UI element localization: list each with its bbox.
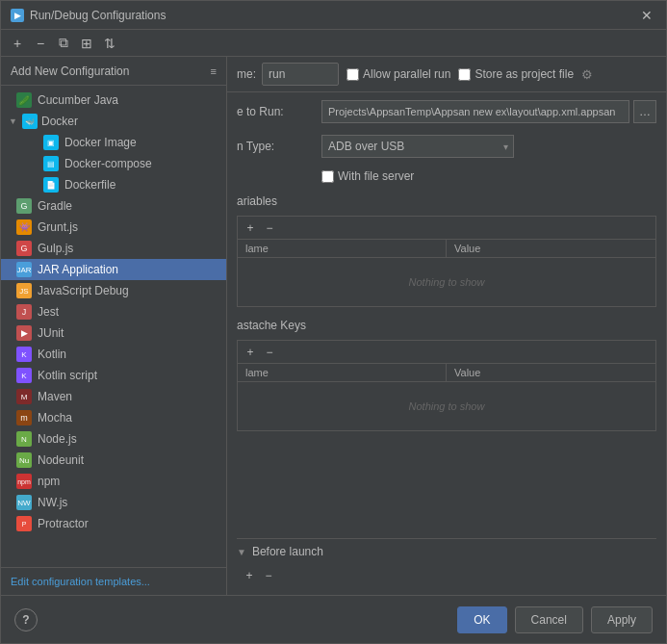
- tree-item-jar-application[interactable]: JAR JAR Application: [1, 259, 226, 280]
- tree-item-protractor[interactable]: P Protractor: [1, 513, 226, 534]
- tree-item-label: Nodeunit: [38, 453, 84, 467]
- npm-icon: npm: [16, 474, 32, 489]
- docker-image-icon: ▣: [43, 135, 59, 150]
- js-debug-icon: JS: [16, 283, 32, 298]
- variables-remove-button[interactable]: −: [261, 219, 278, 237]
- with-file-server-checkbox[interactable]: [321, 170, 334, 183]
- tree-item-docker-compose[interactable]: ▤ Docker-compose: [13, 153, 226, 174]
- cucumber-java-icon: 🥒: [16, 92, 32, 108]
- mustache-table: + − lame Value Nothing to show: [237, 340, 656, 431]
- gear-icon[interactable]: ⚙: [581, 67, 593, 82]
- allow-parallel-checkbox[interactable]: [346, 68, 359, 81]
- tree-item-mocha[interactable]: m Mocha: [1, 407, 226, 428]
- path-input[interactable]: [321, 100, 629, 123]
- edit-templates-link[interactable]: Edit configuration templates...: [1, 567, 226, 595]
- tree-item-gradle[interactable]: G Gradle: [1, 195, 226, 217]
- name-input[interactable]: [262, 63, 339, 86]
- name-field-row: me:: [237, 63, 339, 86]
- variables-table-body: Nothing to show: [238, 258, 655, 306]
- tree-item-jest[interactable]: J Jest: [1, 301, 226, 322]
- before-launch-header: ▼ Before launch: [237, 545, 656, 558]
- dialog-title: Run/Debug Configurations: [30, 9, 166, 22]
- tree-item-label: Cucumber Java: [38, 93, 118, 107]
- tree-item-label: Jest: [38, 305, 59, 319]
- tree-item-label: JUnit: [38, 326, 64, 340]
- before-launch-section: ▼ Before launch + −: [237, 538, 656, 587]
- tree-item-npm[interactable]: npm npm: [1, 471, 226, 492]
- type-select[interactable]: ADB over USB USB Emulator: [321, 135, 514, 158]
- tree-item-label: Docker-compose: [64, 157, 152, 170]
- tree-group-docker[interactable]: ▼ 🐳 Docker: [1, 111, 226, 132]
- run-debug-dialog: ▶ Run/Debug Configurations ✕ + − ⧉ ⊞ ⇅ A…: [0, 0, 667, 644]
- tree-item-label: JAR Application: [38, 263, 118, 276]
- before-launch-label: Before launch: [252, 545, 323, 558]
- tree-item-grunt[interactable]: 👾 Grunt.js: [1, 217, 226, 238]
- cancel-button[interactable]: Cancel: [515, 606, 583, 633]
- junit-icon: ▶: [16, 325, 32, 341]
- sort-configuration-button[interactable]: ⇅: [99, 33, 120, 54]
- jest-icon: J: [16, 304, 32, 320]
- name-label: me:: [237, 67, 256, 81]
- action-buttons: OK Cancel Apply: [457, 606, 653, 633]
- tree-item-gulp[interactable]: G Gulp.js: [1, 238, 226, 259]
- tree-item-nw[interactable]: NW NW.js: [1, 492, 226, 513]
- before-launch-add-button[interactable]: +: [241, 567, 258, 584]
- type-select-wrapper: ADB over USB USB Emulator: [321, 135, 514, 158]
- store-as-project-checkbox[interactable]: [458, 68, 471, 81]
- tree-item-junit[interactable]: ▶ JUnit: [1, 322, 226, 344]
- tree-item-maven[interactable]: M Maven: [1, 386, 226, 407]
- mocha-icon: m: [16, 410, 32, 425]
- main-content: Add New Configuration ≡ 🥒 Cucumber Java …: [1, 57, 666, 595]
- add-configuration-button[interactable]: +: [7, 33, 28, 54]
- close-button[interactable]: ✕: [637, 6, 656, 25]
- path-browse-button[interactable]: …: [633, 100, 656, 123]
- tree-item-docker-image[interactable]: ▣ Docker Image: [13, 132, 226, 153]
- variables-add-button[interactable]: +: [242, 219, 259, 237]
- tree-item-dockerfile[interactable]: 📄 Dockerfile: [13, 174, 226, 195]
- apply-button[interactable]: Apply: [591, 606, 653, 633]
- type-label: n Type:: [237, 140, 314, 153]
- tree-item-nodeunit[interactable]: Nu Nodeunit: [1, 450, 226, 471]
- docker-chevron: ▼: [9, 116, 18, 126]
- right-panel: me: Allow parallel run Store as project …: [227, 57, 666, 595]
- mustache-add-button[interactable]: +: [242, 344, 259, 361]
- tree-item-label: JavaScript Debug: [38, 284, 129, 297]
- tree-item-label: Docker Image: [64, 136, 137, 149]
- add-config-icon[interactable]: ≡: [211, 65, 217, 77]
- remove-configuration-button[interactable]: −: [30, 33, 51, 54]
- mustache-value-header: Value: [447, 364, 655, 381]
- tree-item-label: Grunt.js: [38, 220, 78, 234]
- with-file-server-label[interactable]: With file server: [321, 169, 414, 183]
- type-row: n Type: ADB over USB USB Emulator: [237, 135, 656, 158]
- gradle-icon: G: [16, 198, 32, 214]
- mustache-table-body: Nothing to show: [238, 382, 655, 430]
- tree-item-label: Dockerfile: [64, 178, 115, 192]
- tree-item-js-debug[interactable]: JS JavaScript Debug: [1, 280, 226, 301]
- allow-parallel-label[interactable]: Allow parallel run: [346, 67, 450, 81]
- mustache-table-toolbar: + −: [238, 341, 655, 364]
- before-launch-remove-button[interactable]: −: [260, 567, 277, 584]
- mustache-remove-button[interactable]: −: [261, 344, 278, 361]
- path-row: e to Run: …: [237, 100, 656, 123]
- tree-item-cucumber-java[interactable]: 🥒 Cucumber Java: [1, 90, 226, 111]
- tree-item-label: Gulp.js: [38, 242, 73, 255]
- variables-name-header: lame: [238, 240, 447, 257]
- bottom-bar: ? OK Cancel Apply: [1, 595, 666, 643]
- path-label: e to Run:: [237, 105, 314, 118]
- config-content: e to Run: … n Type: ADB over USB USB Emu…: [227, 92, 666, 595]
- tree-item-label: NW.js: [38, 496, 67, 509]
- tree-item-label: Maven: [38, 390, 72, 403]
- move-configuration-button[interactable]: ⊞: [76, 33, 97, 54]
- store-as-project-label[interactable]: Store as project file: [458, 67, 574, 81]
- tree-item-nodejs[interactable]: N Node.js: [1, 428, 226, 450]
- add-config-label: Add New Configuration: [11, 64, 129, 78]
- protractor-icon: P: [16, 516, 32, 531]
- ok-button[interactable]: OK: [457, 606, 506, 633]
- tree-item-kotlin[interactable]: K Kotlin: [1, 344, 226, 365]
- variables-table-header: lame Value: [238, 240, 655, 258]
- copy-configuration-button[interactable]: ⧉: [53, 33, 74, 54]
- path-input-row: …: [321, 100, 656, 123]
- before-launch-chevron: ▼: [237, 547, 246, 557]
- help-button[interactable]: ?: [14, 608, 38, 631]
- tree-item-kotlin-script[interactable]: K Kotlin script: [1, 365, 226, 386]
